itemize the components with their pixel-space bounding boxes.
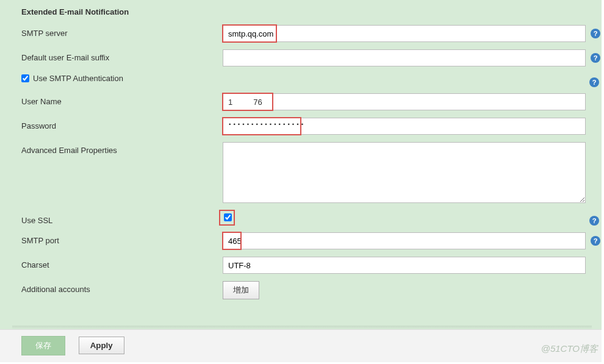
username-masked [233,99,253,107]
default-suffix-input[interactable] [223,49,586,66]
label-use-smtp-auth: Use SMTP Authentication [33,74,123,83]
advanced-props-textarea[interactable] [223,142,586,203]
footer-bar: 保存 Apply [0,329,602,362]
row-default-suffix: Default user E-mail suffix ? [0,46,602,70]
label-smtp-server: SMTP server [21,25,223,38]
help-icon[interactable]: ? [589,77,599,87]
label-default-suffix: Default user E-mail suffix [21,49,223,62]
row-additional-accounts: Additional accounts 增加 [0,277,602,303]
smtp-port-input[interactable] [223,232,586,249]
row-charset: Charset [0,253,602,277]
help-icon[interactable]: ? [589,216,599,226]
section-title: Extended E-mail Notification [0,0,602,21]
help-icon[interactable]: ? [591,29,600,38]
label-advanced-props: Advanced Email Properties [21,142,223,155]
watermark: @51CTO博客 [541,343,598,355]
label-smtp-port: SMTP port [21,232,223,245]
row-user-name: User Name 176 [0,90,602,114]
use-ssl-checkbox[interactable] [224,213,232,221]
password-input[interactable]: ••••••••••••••••• [223,118,586,135]
smtp-server-input[interactable] [223,25,586,42]
username-prefix: 1 [228,98,232,107]
label-use-ssl: Use SSL [21,212,223,225]
use-smtp-auth-checkbox[interactable] [21,74,29,82]
label-user-name: User Name [21,93,223,106]
user-name-input[interactable]: 176 [223,93,586,110]
charset-input[interactable] [223,257,586,274]
save-button[interactable]: 保存 [21,336,65,355]
config-panel: Extended E-mail Notification SMTP server… [0,0,602,329]
label-additional-accounts: Additional accounts [21,281,223,294]
label-charset: Charset [21,257,223,269]
row-smtp-server: SMTP server ? [0,21,602,46]
row-use-smtp-auth: Use SMTP Authentication ? [0,70,602,90]
help-icon[interactable]: ? [591,236,600,246]
row-advanced-props: Advanced Email Properties [0,138,602,209]
username-suffix: 76 [253,98,262,107]
row-use-ssl: Use SSL ? [0,209,602,229]
row-password: Password ••••••••••••••••• [0,114,602,138]
row-smtp-port: SMTP port ? [0,229,602,253]
help-icon[interactable]: ? [591,53,600,63]
add-account-button[interactable]: 增加 [223,281,259,299]
apply-button[interactable]: Apply [79,337,124,354]
label-password: Password [21,118,223,130]
